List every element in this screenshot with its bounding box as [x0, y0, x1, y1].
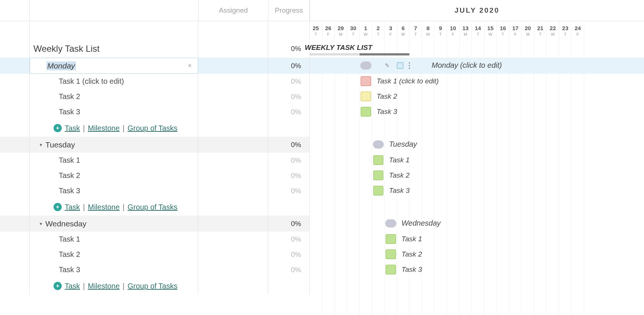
calendar-day[interactable]: 20M — [522, 21, 534, 40]
progress-cell: 0% — [268, 89, 309, 104]
calendar-day-number: 9 — [439, 25, 442, 31]
calendar-day[interactable]: 6M — [397, 21, 410, 40]
add-group-link[interactable]: Group of Tasks — [128, 203, 177, 211]
add-task-link[interactable]: Task — [65, 124, 80, 133]
collapse-caret-icon[interactable]: ▼ — [37, 222, 45, 226]
calendar-day[interactable]: 3F — [384, 21, 397, 40]
calendar-day[interactable]: 9T — [434, 21, 447, 40]
calendar-day[interactable]: 24F — [571, 21, 584, 40]
add-icon[interactable]: + — [54, 203, 62, 211]
add-icon[interactable]: + — [54, 282, 62, 290]
timeline-task-bar[interactable] — [373, 186, 384, 195]
column-header-progress[interactable]: Progress — [268, 0, 310, 21]
pencil-icon[interactable]: ✎ — [383, 61, 392, 70]
calendar-day[interactable]: 2T — [372, 21, 385, 40]
calendar-day[interactable]: 10F — [447, 21, 460, 40]
calendar-day[interactable]: 7T — [409, 21, 422, 40]
calendar-day[interactable]: 29M — [335, 21, 347, 40]
task-name[interactable]: Task 3 — [59, 108, 80, 116]
calendar-day[interactable]: 1W — [360, 21, 372, 40]
calendar-day[interactable]: 15W — [484, 21, 497, 40]
more-icon[interactable] — [409, 62, 410, 69]
add-icon[interactable]: + — [54, 124, 62, 132]
timeline-task-bar[interactable] — [386, 234, 396, 244]
calendar-day-dow: M — [464, 32, 467, 36]
project-title[interactable]: Weekly Task List — [30, 44, 100, 54]
task-name[interactable]: Task 1 (click to edit) — [59, 77, 124, 86]
calendar-day-number: 3 — [389, 25, 392, 31]
calendar-day-dow: T — [539, 32, 542, 36]
calendar-day[interactable]: 21T — [534, 21, 547, 40]
timeline-task-label[interactable]: Task 1 (click to edit) — [377, 77, 439, 85]
add-task-link[interactable]: Task — [65, 203, 80, 211]
group-name[interactable]: Tuesday — [45, 140, 75, 149]
calendar-day[interactable]: 16T — [497, 21, 509, 40]
calendar-day[interactable]: 13M — [460, 21, 472, 40]
calendar-day-number: 15 — [487, 25, 494, 31]
calendar-day-dow: T — [377, 32, 380, 36]
calendar-day[interactable]: 8W — [422, 21, 435, 40]
timeline-task-label[interactable]: Task 1 — [389, 156, 409, 164]
calendar-day-number: 16 — [500, 25, 506, 31]
task-name[interactable]: Task 3 — [59, 265, 80, 274]
timeline-task-label[interactable]: Task 3 — [377, 108, 397, 116]
timeline-group-label[interactable]: Monday (click to edit) — [432, 61, 502, 70]
task-name[interactable]: Task 2 — [59, 250, 80, 259]
calendar-day[interactable]: 22W — [547, 21, 559, 40]
add-group-link[interactable]: Group of Tasks — [128, 124, 177, 133]
timeline-task-label[interactable]: Task 1 — [402, 235, 422, 243]
task-name[interactable]: Task 1 — [59, 156, 80, 165]
timeline-group-bar[interactable] — [385, 219, 396, 228]
calendar-day[interactable]: 25T — [310, 21, 322, 40]
group-name[interactable]: Wednesday — [45, 219, 87, 228]
add-group-link[interactable]: Group of Tasks — [128, 282, 177, 290]
task-name[interactable]: Task 1 — [59, 235, 80, 244]
timeline-task-bar[interactable] — [373, 155, 384, 165]
timeline-task-label[interactable]: Task 2 — [402, 250, 422, 258]
timeline-task-label[interactable]: Task 2 — [377, 92, 397, 101]
timeline-task-label[interactable]: Task 2 — [389, 171, 409, 179]
calendar-day[interactable]: 30T — [347, 21, 360, 40]
calendar-day-dow: F — [514, 32, 517, 36]
calendar-day-number: 30 — [350, 25, 357, 31]
color-icon[interactable] — [397, 62, 403, 69]
timeline-task-bar[interactable] — [361, 76, 371, 86]
timeline-task-bar[interactable] — [373, 171, 384, 180]
progress-cell: 0% — [268, 247, 309, 262]
column-header-assigned[interactable]: Assigned — [199, 0, 268, 21]
calendar-day[interactable]: 14T — [472, 21, 484, 40]
timeline-task-label[interactable]: Task 3 — [402, 265, 422, 274]
calendar-day[interactable]: 17F — [509, 21, 522, 40]
timeline-task-label[interactable]: Task 3 — [389, 187, 409, 195]
task-name[interactable]: Task 3 — [59, 187, 80, 195]
calendar-day-number: 10 — [450, 25, 456, 31]
task-name[interactable]: Task 2 — [59, 171, 80, 180]
calendar-day[interactable]: 23T — [559, 21, 572, 40]
progress-cell: 0% — [268, 137, 309, 153]
calendar-day-dow: T — [439, 32, 442, 36]
calendar-day-number: 24 — [574, 25, 581, 31]
add-task-link[interactable]: Task — [65, 282, 80, 290]
add-milestone-link[interactable]: Milestone — [88, 282, 120, 290]
clear-icon[interactable]: × — [185, 61, 194, 70]
timeline-group-label[interactable]: Tuesday — [389, 140, 417, 149]
timeline-group-bar[interactable] — [373, 140, 384, 149]
timeline-task-bar[interactable] — [386, 265, 396, 274]
calendar-day-number: 23 — [562, 25, 569, 31]
group-name-input[interactable]: Monday — [46, 61, 76, 70]
add-milestone-link[interactable]: Milestone — [88, 203, 120, 211]
calendar-day[interactable]: 26F — [322, 21, 335, 40]
task-name[interactable]: Task 2 — [59, 92, 80, 101]
add-milestone-link[interactable]: Milestone — [88, 124, 120, 133]
progress-cell: 0% — [268, 104, 309, 120]
timeline-task-bar[interactable] — [386, 249, 396, 259]
collapse-caret-icon[interactable]: ▼ — [37, 143, 45, 147]
timeline-group-bar[interactable] — [360, 61, 371, 70]
calendar-day-dow: F — [327, 32, 329, 36]
calendar-day-number: 7 — [414, 25, 417, 31]
progress-cell: 0% — [268, 168, 309, 183]
calendar-day-number: 25 — [313, 25, 319, 31]
timeline-task-bar[interactable] — [361, 107, 371, 117]
timeline-group-label[interactable]: Wednesday — [402, 219, 441, 228]
timeline-task-bar[interactable] — [361, 92, 371, 101]
